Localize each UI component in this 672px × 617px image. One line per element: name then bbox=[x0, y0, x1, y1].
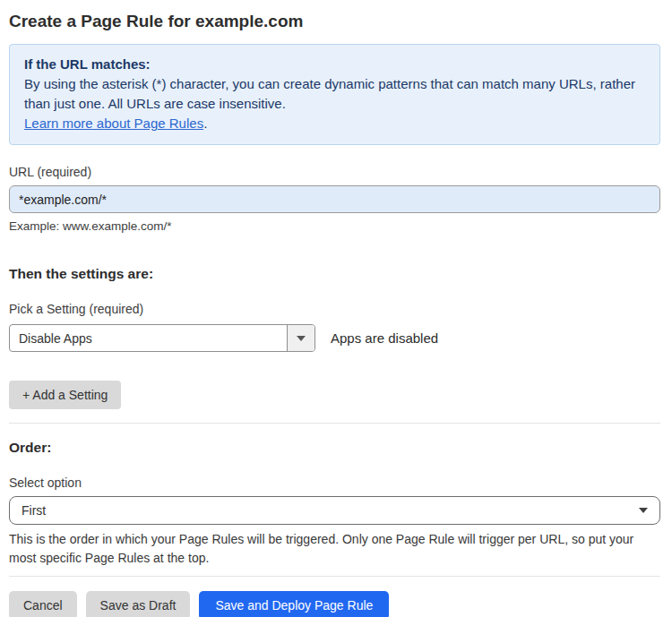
order-select-value: First bbox=[22, 503, 46, 518]
setting-status-text: Apps are disabled bbox=[331, 330, 438, 346]
order-helper-text: This is the order in which your Page Rul… bbox=[9, 530, 660, 568]
url-input[interactable] bbox=[9, 185, 660, 213]
page-title: Create a Page Rule for example.com bbox=[9, 11, 660, 31]
setting-select-value: Disable Apps bbox=[10, 325, 287, 351]
url-field-label: URL (required) bbox=[9, 165, 660, 179]
info-box-body: By using the asterisk (*) character, you… bbox=[24, 74, 645, 114]
order-select-label: Select option bbox=[9, 476, 660, 490]
order-section-heading: Order: bbox=[9, 440, 660, 456]
footer-actions: Cancel Save as Draft Save and Deploy Pag… bbox=[9, 591, 660, 617]
link-suffix: . bbox=[203, 116, 207, 131]
setting-picker-label: Pick a Setting (required) bbox=[9, 302, 660, 316]
section-divider bbox=[9, 423, 660, 424]
add-setting-button[interactable]: + Add a Setting bbox=[9, 381, 121, 409]
setting-row: Disable Apps Apps are disabled bbox=[9, 324, 660, 352]
chevron-down-icon bbox=[639, 508, 648, 513]
setting-select-arrow-button[interactable] bbox=[287, 325, 314, 351]
save-and-deploy-button[interactable]: Save and Deploy Page Rule bbox=[199, 591, 389, 617]
info-box-heading: If the URL matches: bbox=[24, 55, 645, 74]
footer-divider bbox=[9, 576, 660, 577]
chevron-down-icon bbox=[297, 336, 306, 341]
setting-select[interactable]: Disable Apps bbox=[9, 324, 315, 352]
settings-section-heading: Then the settings are: bbox=[9, 266, 660, 282]
learn-more-link[interactable]: Learn more about Page Rules bbox=[24, 116, 203, 131]
order-select[interactable]: First bbox=[9, 496, 660, 525]
url-match-info-box: If the URL matches: By using the asteris… bbox=[9, 44, 660, 145]
cancel-button[interactable]: Cancel bbox=[9, 591, 77, 617]
url-example-helper: Example: www.example.com/* bbox=[9, 219, 660, 234]
page-rule-form: Create a Page Rule for example.com If th… bbox=[0, 11, 672, 617]
save-as-draft-button[interactable]: Save as Draft bbox=[86, 591, 191, 617]
info-box-link-line: Learn more about Page Rules. bbox=[24, 114, 645, 133]
